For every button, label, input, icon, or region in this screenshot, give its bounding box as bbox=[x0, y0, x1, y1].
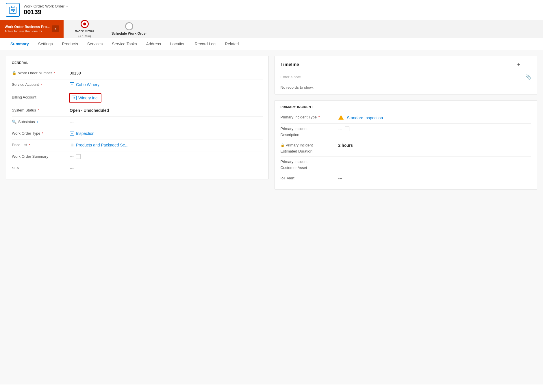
required-star-price: * bbox=[29, 143, 30, 147]
field-label-iot-alert: IoT Alert bbox=[281, 176, 338, 180]
bpf-stage-label-work-order: Work Order bbox=[75, 29, 94, 33]
field-label-substatus: 🔍 Substatus + bbox=[12, 120, 70, 124]
app-header: Work Order: Work Order ⌄ 00139 bbox=[0, 0, 543, 20]
field-primary-incident-type: Primary Incident Type * ! Standard Inspe… bbox=[281, 112, 531, 124]
bpf-active-stage-content: Work Order Business Pro... Active for le… bbox=[5, 25, 50, 33]
field-value-work-order-summary: --- bbox=[70, 154, 263, 159]
field-label-primary-incident-asset: Primary Incident Customer Asset bbox=[281, 159, 338, 170]
workorder-type-icon: ✏ bbox=[70, 131, 74, 136]
breadcrumb-chevron: ⌄ bbox=[66, 4, 68, 8]
field-value-iot-alert: --- bbox=[338, 176, 531, 181]
required-star-status: * bbox=[38, 109, 39, 112]
field-label-work-order-type: Work Order Type * bbox=[12, 131, 70, 135]
expand-icon-summary[interactable] bbox=[76, 154, 81, 159]
billing-account-highlight: ≡ Winery Inc. bbox=[69, 93, 101, 103]
tab-record-log[interactable]: Record Log bbox=[190, 38, 220, 50]
field-label-primary-incident-duration: 🔒 Primary Incident Estimated Duration bbox=[281, 143, 338, 153]
warning-triangle-icon: ! bbox=[338, 115, 344, 120]
tab-address[interactable]: Address bbox=[141, 38, 165, 50]
field-value-substatus: --- bbox=[70, 120, 263, 124]
tab-service-tasks[interactable]: Service Tasks bbox=[107, 38, 141, 50]
field-label-service-account: Service Account * bbox=[12, 82, 70, 87]
account-icon: ≡ bbox=[70, 82, 74, 87]
field-label-price-list: Price List * bbox=[12, 143, 70, 147]
required-star-service: * bbox=[40, 83, 42, 86]
field-work-order-summary: Work Order Summary --- bbox=[12, 151, 263, 163]
lock-icon-duration: 🔒 bbox=[281, 143, 285, 147]
field-value-billing-account[interactable]: ≡ Winery Inc. bbox=[70, 94, 100, 101]
app-icon bbox=[6, 3, 20, 17]
bpf-stage-sub-work-order: (< 1 Min) bbox=[78, 34, 91, 38]
field-label-billing-account: Billing Account bbox=[12, 94, 70, 101]
attach-icon: 📎 bbox=[525, 74, 531, 80]
svg-rect-1 bbox=[11, 6, 14, 8]
field-value-price-list[interactable]: 📄 Products and Packaged Se... bbox=[70, 143, 263, 147]
bpf-active-stage[interactable]: Work Order Business Pro... Active for le… bbox=[0, 20, 64, 38]
field-value-primary-incident-desc: --- bbox=[338, 127, 531, 131]
bpf-stage-circle-inactive bbox=[125, 22, 133, 30]
field-substatus: 🔍 Substatus + --- bbox=[12, 117, 263, 128]
bpf-stages: Work Order (< 1 Min) Schedule Work Order bbox=[64, 20, 543, 38]
general-section-title: GENERAL bbox=[12, 61, 263, 64]
general-card: GENERAL 🔒 Work Order Number * 00139 Serv… bbox=[6, 56, 269, 179]
timeline-actions: + ⋯ bbox=[516, 61, 531, 68]
expand-icon-pid[interactable] bbox=[345, 127, 349, 131]
field-value-service-account[interactable]: ≡ Coho Winery bbox=[70, 82, 263, 87]
field-value-primary-incident-duration: 2 hours bbox=[338, 143, 531, 148]
bpf-stage-schedule[interactable]: Schedule Work Order bbox=[112, 22, 147, 36]
tab-location[interactable]: Location bbox=[166, 38, 190, 50]
field-work-order-type: Work Order Type * ✏ Inspection bbox=[12, 128, 263, 140]
optional-marker: + bbox=[37, 120, 38, 124]
timeline-note-placeholder: Enter a note... bbox=[281, 75, 304, 79]
field-label-sla: SLA bbox=[12, 166, 70, 170]
timeline-header: Timeline + ⋯ bbox=[281, 61, 531, 68]
field-price-list: Price List * 📄 Products and Packaged Se.… bbox=[12, 140, 263, 151]
field-service-account: Service Account * ≡ Coho Winery bbox=[12, 79, 263, 91]
field-value-primary-incident-type[interactable]: ! Standard Inspection bbox=[338, 115, 531, 120]
required-star-pit: * bbox=[318, 116, 320, 119]
left-panel: GENERAL 🔒 Work Order Number * 00139 Serv… bbox=[6, 56, 269, 379]
substatus-icon: 🔍 bbox=[12, 120, 16, 124]
timeline-note-input-area[interactable]: Enter a note... 📎 bbox=[281, 72, 531, 82]
tab-related[interactable]: Related bbox=[220, 38, 243, 50]
timeline-more-button[interactable]: ⋯ bbox=[524, 61, 531, 68]
bpf-active-stage-title: Work Order Business Pro... bbox=[5, 25, 50, 29]
svg-text:!: ! bbox=[340, 117, 341, 120]
field-primary-incident-duration: 🔒 Primary Incident Estimated Duration 2 … bbox=[281, 140, 531, 157]
field-label-primary-incident-type: Primary Incident Type * bbox=[281, 115, 338, 119]
field-value-sla: --- bbox=[70, 166, 263, 170]
field-label-system-status: System Status * bbox=[12, 108, 70, 112]
tab-nav: Summary Settings Products Services Servi… bbox=[0, 38, 543, 50]
breadcrumb-text: Work Order: Work Order bbox=[24, 4, 64, 8]
record-id: 00139 bbox=[24, 8, 68, 16]
primary-incident-card: PRIMARY INCIDENT Primary Incident Type *… bbox=[275, 100, 538, 190]
lock-icon: 🔒 bbox=[12, 71, 16, 75]
timeline-title: Timeline bbox=[281, 62, 299, 67]
tab-products[interactable]: Products bbox=[57, 38, 82, 50]
field-label-work-order-summary: Work Order Summary bbox=[12, 154, 70, 159]
field-value-work-order-type[interactable]: ✏ Inspection bbox=[70, 131, 263, 136]
pricelist-icon: 📄 bbox=[70, 143, 74, 147]
required-star-type: * bbox=[42, 132, 43, 135]
field-work-order-number: 🔒 Work Order Number * 00139 bbox=[12, 68, 263, 79]
bpf-stage-circle-inner bbox=[83, 23, 86, 25]
field-primary-incident-customer-asset: Primary Incident Customer Asset --- bbox=[281, 157, 531, 173]
bpf-stage-circle-active bbox=[81, 20, 89, 28]
bpf-collapse-button[interactable]: < bbox=[52, 25, 59, 32]
bpf-active-stage-sub: Active for less than one mi... bbox=[5, 29, 50, 33]
tab-services[interactable]: Services bbox=[83, 38, 108, 50]
breadcrumb[interactable]: Work Order: Work Order ⌄ bbox=[24, 4, 68, 8]
timeline-add-button[interactable]: + bbox=[516, 61, 521, 68]
billing-account-icon: ≡ bbox=[72, 96, 77, 100]
bpf-stage-label-schedule: Schedule Work Order bbox=[112, 31, 147, 36]
bpf-stage-work-order[interactable]: Work Order (< 1 Min) bbox=[75, 20, 94, 38]
main-content: GENERAL 🔒 Work Order Number * 00139 Serv… bbox=[0, 50, 543, 384]
field-iot-alert: IoT Alert --- bbox=[281, 173, 531, 185]
header-title-area: Work Order: Work Order ⌄ 00139 bbox=[24, 4, 68, 16]
bpf-bar: Work Order Business Pro... Active for le… bbox=[0, 20, 543, 38]
tab-settings[interactable]: Settings bbox=[34, 38, 58, 50]
field-label-primary-incident-desc: Primary Incident Description bbox=[281, 127, 338, 137]
field-value-work-order-number: 00139 bbox=[70, 71, 263, 75]
tab-summary[interactable]: Summary bbox=[6, 38, 34, 50]
field-value-system-status: Open - Unscheduled bbox=[70, 108, 263, 113]
